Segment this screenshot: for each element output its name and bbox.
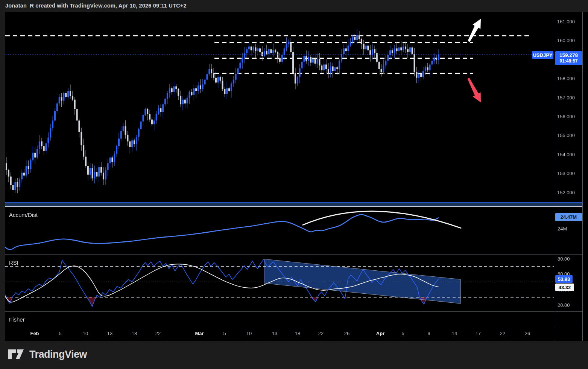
- time-tick-14: 14: [445, 331, 464, 336]
- time-tick-22: 22: [493, 331, 512, 336]
- time-tick-9: 9: [419, 331, 438, 336]
- price-tick-152: 152.000: [557, 190, 575, 195]
- time-tick-5: 5: [51, 331, 70, 336]
- price-tick-156: 156.000: [557, 114, 575, 119]
- time-tick-26: 26: [337, 331, 356, 336]
- price-tick-157: 157.000: [557, 95, 575, 101]
- time-tick-10: 10: [240, 331, 258, 336]
- rsi-tick-80: 80.00: [558, 256, 570, 262]
- tradingview-brand-text: TradingView: [29, 349, 87, 360]
- time-tick-5: 5: [394, 331, 412, 336]
- rsi-tick-20: 20.00: [558, 302, 570, 308]
- footer: TradingView: [0, 341, 588, 369]
- time-tick-10: 10: [76, 331, 95, 336]
- time-tick-apr: Apr: [371, 331, 390, 336]
- pane-title-rsi: RSI: [9, 259, 18, 266]
- rsi-ma-value-label: 43.32: [555, 284, 574, 291]
- price-tick-160: 160.000: [557, 38, 575, 43]
- price-tick-153: 153.000: [557, 171, 575, 176]
- time-tick-17: 17: [469, 331, 488, 336]
- accum-dist-grid-label: 24M: [558, 226, 567, 232]
- price-tick-154: 154.000: [557, 152, 575, 157]
- pane-title-fisher: Fisher: [9, 316, 25, 323]
- time-tick-13: 13: [100, 331, 119, 336]
- tradingview-logo-icon: [8, 348, 25, 360]
- symbol-price-flag: USDJPY: [532, 51, 553, 59]
- time-tick-mar: Mar: [190, 331, 209, 336]
- symbol-name: USDJPY: [533, 52, 552, 58]
- bar-countdown: 01:48:57: [559, 58, 577, 64]
- price-tick-161: 161.000: [557, 19, 575, 24]
- tradingview-snapshot: Jonatan_R created with TradingView.com, …: [0, 0, 588, 369]
- last-price-label: 159.278 01:48:57: [555, 51, 582, 65]
- time-tick-18: 18: [125, 331, 144, 336]
- time-tick-5: 5: [215, 331, 234, 336]
- pane-title-accum-dist: Accum/Dist: [9, 212, 38, 218]
- rsi-value-label: 53.93: [555, 275, 573, 283]
- time-tick-22: 22: [311, 331, 330, 336]
- chart-canvas[interactable]: [0, 0, 588, 369]
- price-tick-158: 158.000: [557, 76, 575, 81]
- time-tick-26: 26: [518, 331, 537, 336]
- time-tick-18: 18: [288, 331, 307, 336]
- time-tick-feb: Feb: [25, 331, 44, 336]
- tradingview-brand-link[interactable]: TradingView: [8, 348, 87, 360]
- price-tick-155: 155.000: [557, 133, 575, 138]
- time-tick-13: 13: [265, 331, 284, 336]
- last-price-value: 159.278: [559, 52, 578, 59]
- time-tick-22: 22: [149, 331, 167, 336]
- accum-dist-value-label: 24.47M: [555, 213, 582, 221]
